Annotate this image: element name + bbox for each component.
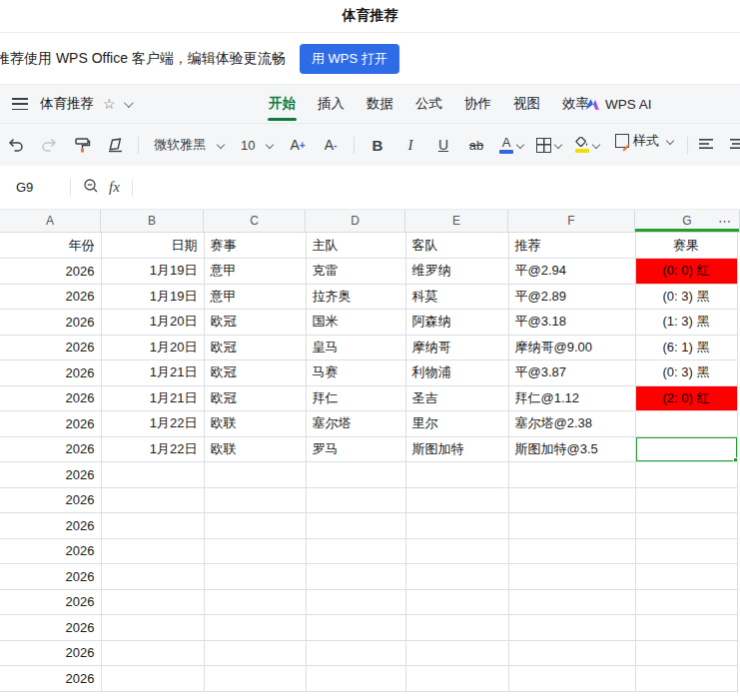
increase-font-button[interactable]: A+ (288, 132, 308, 158)
cell[interactable] (635, 411, 737, 437)
cell[interactable] (306, 513, 405, 539)
cell[interactable] (306, 564, 405, 590)
cell[interactable]: 马赛 (306, 360, 405, 386)
cell[interactable]: 2026 (0, 666, 101, 692)
cell[interactable]: 阿森纳 (405, 310, 508, 336)
cell[interactable]: 2026 (0, 564, 101, 590)
tab-home[interactable]: 开始 (268, 85, 297, 123)
insert-function-icon[interactable]: fx (109, 179, 120, 196)
cell[interactable] (635, 462, 737, 488)
cell[interactable] (306, 462, 405, 488)
cell[interactable]: (0: 3) 黑 (635, 360, 737, 386)
cell[interactable] (204, 462, 306, 488)
tab-wps-ai[interactable]: WPS AI (584, 85, 652, 123)
cell[interactable] (204, 666, 306, 692)
cell[interactable]: 2026 (0, 310, 101, 336)
format-painter-icon[interactable] (72, 132, 92, 158)
redo-button[interactable] (39, 132, 59, 158)
cell[interactable] (204, 538, 306, 564)
cell[interactable]: 2026 (0, 640, 101, 666)
strikethrough-button[interactable]: ab (466, 132, 486, 158)
cell[interactable]: 2026 (0, 615, 101, 641)
cell[interactable] (405, 538, 508, 564)
cell[interactable]: (0: 0) 红 (635, 259, 737, 285)
cell[interactable]: 1月20日 (101, 310, 204, 336)
cell[interactable] (405, 462, 508, 488)
cell[interactable]: 2026 (0, 513, 101, 539)
cell[interactable] (508, 564, 635, 590)
tab-view[interactable]: 视图 (512, 85, 541, 123)
cell[interactable]: 2026 (0, 436, 101, 462)
cell[interactable] (635, 589, 737, 615)
cell[interactable] (306, 538, 405, 564)
cell[interactable]: (6: 1) 黑 (635, 335, 737, 360)
cell[interactable]: 1月21日 (101, 385, 204, 411)
cell[interactable] (101, 615, 204, 641)
clear-format-eraser-icon[interactable] (105, 132, 125, 158)
column-header-c[interactable]: C (204, 210, 306, 232)
cell[interactable] (101, 513, 204, 539)
column-header-b[interactable]: B (101, 210, 204, 232)
column-header-g[interactable]: G⋯ (635, 210, 740, 232)
cell[interactable] (405, 564, 508, 590)
cell[interactable]: 摩纳哥 (405, 335, 508, 360)
decrease-font-button[interactable]: A- (321, 132, 341, 158)
cell[interactable] (101, 640, 204, 666)
cell[interactable] (405, 615, 508, 641)
cell[interactable]: 1月19日 (101, 284, 204, 310)
cell[interactable]: 意甲 (204, 259, 306, 285)
cell[interactable]: 维罗纳 (405, 259, 508, 285)
cell[interactable] (635, 615, 737, 641)
cell[interactable]: 日期 (101, 233, 204, 259)
cell[interactable] (306, 589, 405, 615)
cell[interactable] (101, 666, 204, 692)
borders-button[interactable] (536, 132, 561, 158)
cell[interactable]: 塞尔塔@2.38 (508, 411, 635, 437)
cell[interactable] (405, 640, 508, 666)
cell[interactable] (204, 487, 306, 513)
cell[interactable] (508, 615, 635, 641)
column-header-f[interactable]: F (508, 210, 635, 232)
cell[interactable]: 欧冠 (204, 310, 306, 336)
cell[interactable]: 1月19日 (101, 259, 204, 285)
cell[interactable]: 2026 (0, 538, 101, 564)
cell[interactable] (635, 538, 737, 564)
cell[interactable] (635, 640, 737, 666)
column-header-d[interactable]: D (306, 210, 405, 232)
cell[interactable]: 欧联 (204, 411, 306, 437)
zoom-search-icon[interactable] (83, 178, 99, 198)
doc-title-chevron-down-icon[interactable] (124, 98, 134, 108)
cell[interactable]: 推荐 (508, 233, 635, 259)
formula-input[interactable] (133, 166, 740, 209)
cell[interactable]: (0: 3) 黑 (635, 284, 737, 310)
cell[interactable]: (2: 0) 红 (635, 385, 737, 411)
cell[interactable]: 意甲 (204, 284, 306, 310)
cell[interactable]: 斯图加特 (405, 436, 508, 462)
underline-button[interactable]: U (433, 132, 453, 158)
cell-reference-box[interactable]: G9 (0, 180, 70, 195)
cell[interactable] (405, 589, 508, 615)
cell[interactable]: 平@3.87 (508, 360, 635, 386)
cell[interactable] (635, 513, 737, 539)
cell[interactable]: 2026 (0, 259, 101, 285)
cell[interactable] (508, 538, 635, 564)
cell[interactable]: 圣吉 (405, 385, 508, 411)
cell[interactable]: 斯图加特@3.5 (508, 436, 635, 462)
column-header-e[interactable]: E (405, 210, 508, 232)
cell[interactable] (405, 513, 508, 539)
cell[interactable]: 客队 (405, 233, 508, 259)
cell[interactable]: 皇马 (306, 335, 405, 360)
cell[interactable]: 年份 (0, 233, 101, 259)
font-color-button[interactable]: A (499, 132, 523, 158)
cell[interactable] (101, 462, 204, 488)
cell[interactable] (405, 487, 508, 513)
cell[interactable] (508, 462, 635, 488)
open-in-wps-button[interactable]: 用 WPS 打开 (300, 44, 399, 74)
font-size-select[interactable]: 10 (239, 132, 275, 158)
cell[interactable] (306, 487, 405, 513)
hamburger-menu-icon[interactable] (12, 98, 28, 110)
cell[interactable] (204, 513, 306, 539)
cell[interactable]: 塞尔塔 (306, 411, 405, 437)
cell[interactable] (204, 615, 306, 641)
tab-data[interactable]: 数据 (366, 85, 394, 123)
